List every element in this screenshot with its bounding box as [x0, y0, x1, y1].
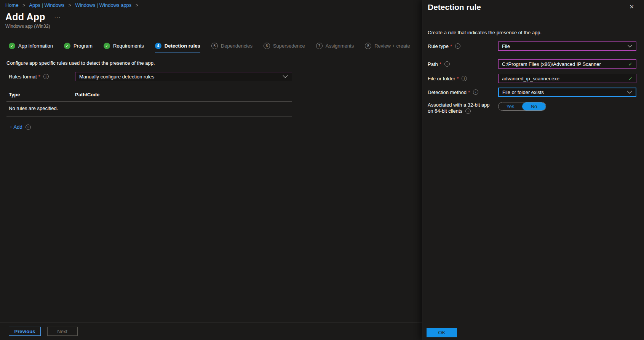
- close-icon[interactable]: ✕: [629, 3, 634, 10]
- path-label: Path * i: [428, 61, 498, 67]
- step-number-badge: 6: [264, 43, 270, 49]
- column-header-path-code: Path/Code: [75, 92, 99, 97]
- rules-format-label: Rules format * i: [9, 74, 75, 80]
- step-complete-check-icon: ✓: [9, 43, 15, 49]
- page-subtitle: Windows app (Win32): [5, 24, 422, 29]
- detection-rules-table: Type Path/Code No rules are specified.: [6, 90, 292, 117]
- table-header-row: Type Path/Code: [6, 90, 292, 102]
- file-or-folder-input[interactable]: [502, 76, 626, 81]
- next-button[interactable]: Next: [47, 327, 78, 336]
- tab-label: Assignments: [326, 43, 354, 49]
- wizard-steps: ✓ App information ✓ Program ✓ Requiremen…: [9, 43, 422, 53]
- ok-button[interactable]: OK: [427, 328, 457, 337]
- file-or-folder-label: File or folder * i: [428, 76, 498, 81]
- chevron-down-icon: [627, 45, 633, 48]
- label-text: Associated with a 32-bit app: [428, 102, 490, 108]
- rule-type-value: File: [502, 43, 510, 49]
- breadcrumb-separator-icon: >: [69, 3, 71, 8]
- wizard-footer: Previous Next: [0, 322, 422, 340]
- path-field[interactable]: ✓: [498, 59, 636, 69]
- breadcrumb-home[interactable]: Home: [5, 2, 19, 8]
- page-title: Add App: [5, 11, 45, 22]
- detection-method-dropdown[interactable]: File or folder exists: [498, 88, 636, 97]
- tab-review-create[interactable]: 8 Review + create: [365, 43, 410, 53]
- panel-footer: OK: [422, 325, 644, 340]
- breadcrumb: Home > Apps | Windows > Windows | Window…: [0, 0, 422, 8]
- toggle-yes-option[interactable]: Yes: [499, 102, 522, 110]
- tab-requirements[interactable]: ✓ Requirements: [104, 43, 144, 53]
- label-text: Detection method: [428, 89, 467, 95]
- required-marker: *: [38, 74, 40, 80]
- detection-method-value: File or folder exists: [502, 89, 544, 95]
- detection-rules-description: Configure app specific rules used to det…: [6, 60, 422, 66]
- tab-supersedence[interactable]: 6 Supersedence: [264, 43, 305, 53]
- add-rule-link[interactable]: + Add: [10, 124, 22, 130]
- tab-label: Program: [74, 43, 93, 49]
- rule-type-dropdown[interactable]: File: [498, 42, 636, 51]
- chevron-down-icon: [627, 91, 632, 94]
- label-text: Path: [428, 61, 438, 67]
- chevron-down-icon: [283, 75, 288, 78]
- step-complete-check-icon: ✓: [64, 43, 70, 49]
- associated-32bit-toggle: Yes No: [498, 102, 546, 111]
- step-complete-check-icon: ✓: [104, 43, 110, 49]
- valid-check-icon: ✓: [628, 61, 633, 67]
- info-icon[interactable]: i: [26, 125, 31, 130]
- breadcrumb-apps-windows[interactable]: Apps | Windows: [29, 2, 64, 8]
- detection-method-label: Detection method * i: [428, 89, 498, 95]
- tab-program[interactable]: ✓ Program: [64, 43, 93, 53]
- tab-assignments[interactable]: 7 Assignments: [316, 43, 354, 53]
- tab-label: Requirements: [113, 43, 144, 49]
- tab-label: App information: [18, 43, 53, 49]
- table-empty-message: No rules are specified.: [6, 102, 292, 117]
- required-marker: *: [468, 89, 470, 95]
- tab-label: Detection rules: [165, 43, 200, 49]
- main-content: Home > Apps | Windows > Windows | Window…: [0, 0, 422, 340]
- detection-rule-panel: Detection rule ✕ Create a rule that indi…: [422, 0, 644, 340]
- required-marker: *: [450, 43, 452, 49]
- info-icon[interactable]: i: [43, 74, 49, 79]
- toggle-no-option[interactable]: No: [522, 102, 546, 110]
- info-icon[interactable]: i: [473, 89, 478, 95]
- tab-app-information[interactable]: ✓ App information: [9, 43, 53, 53]
- valid-check-icon: ✓: [628, 76, 633, 81]
- tab-detection-rules[interactable]: 4 Detection rules: [155, 43, 200, 53]
- panel-title: Detection rule: [422, 0, 644, 12]
- step-number-badge: 7: [316, 43, 323, 49]
- step-number-badge: 4: [155, 43, 161, 49]
- label-text: on 64-bit clients: [428, 108, 462, 114]
- path-input[interactable]: [502, 61, 626, 67]
- info-icon[interactable]: i: [444, 61, 450, 67]
- column-header-type: Type: [9, 92, 75, 97]
- breadcrumb-separator-icon: >: [22, 3, 25, 8]
- info-icon[interactable]: i: [465, 109, 471, 114]
- breadcrumb-windows-apps[interactable]: Windows | Windows apps: [75, 2, 131, 8]
- info-icon[interactable]: i: [462, 76, 467, 81]
- breadcrumb-separator-icon: >: [136, 3, 138, 8]
- previous-button[interactable]: Previous: [9, 327, 41, 336]
- rules-format-value: Manually configure detection rules: [79, 74, 154, 80]
- tab-dependencies[interactable]: 5 Dependencies: [211, 43, 252, 53]
- info-icon[interactable]: i: [455, 43, 460, 49]
- required-marker: *: [439, 61, 441, 67]
- required-marker: *: [457, 76, 459, 81]
- label-text: File or folder: [428, 76, 455, 81]
- tab-label: Review + create: [374, 43, 410, 49]
- more-options-icon[interactable]: ···: [54, 14, 61, 20]
- tab-label: Dependencies: [221, 43, 252, 49]
- label-text: Rule type: [428, 43, 449, 49]
- file-or-folder-field[interactable]: ✓: [498, 74, 636, 83]
- associated-32bit-label: Associated with a 32-bit app on 64-bit c…: [428, 102, 498, 114]
- tab-label: Supersedence: [273, 43, 305, 49]
- label-text: Rules format: [9, 74, 37, 80]
- step-number-badge: 5: [211, 43, 218, 49]
- step-number-badge: 8: [365, 43, 371, 49]
- rule-type-label: Rule type * i: [428, 43, 498, 49]
- rules-format-dropdown[interactable]: Manually configure detection rules: [75, 72, 292, 81]
- panel-description: Create a rule that indicates the presenc…: [428, 30, 644, 35]
